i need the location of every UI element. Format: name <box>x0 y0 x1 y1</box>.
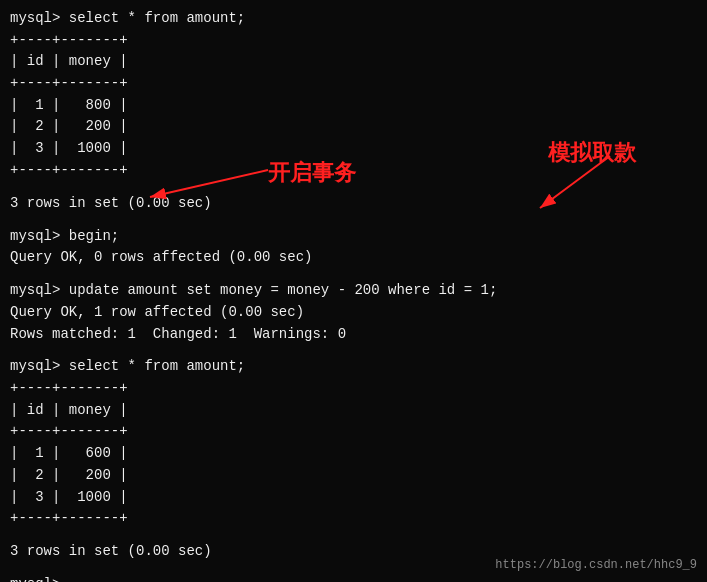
terminal-line: mysql> update amount set money = money -… <box>10 280 697 302</box>
begin-annotation: 开启事务 <box>268 158 356 188</box>
terminal-line: | 3 | 1000 | <box>10 487 697 509</box>
terminal-line: mysql> select * from amount; <box>10 356 697 378</box>
csdn-link: https://blog.csdn.net/hhc9_9 <box>495 558 697 572</box>
terminal-line: +----+-------+ <box>10 73 697 95</box>
terminal-line: +----+-------+ <box>10 30 697 52</box>
terminal-line: +----+-------+ <box>10 378 697 400</box>
terminal-line: +----+-------+ <box>10 508 697 530</box>
terminal-line: Query OK, 1 row affected (0.00 sec) <box>10 302 697 324</box>
terminal-line: | 1 | 600 | <box>10 443 697 465</box>
terminal-line: | 2 | 200 | <box>10 465 697 487</box>
withdraw-annotation: 模拟取款 <box>548 138 636 168</box>
terminal-line: +----+-------+ <box>10 421 697 443</box>
terminal-line <box>10 530 697 541</box>
terminal-line: mysql> begin; <box>10 226 697 248</box>
terminal-line: Query OK, 0 rows affected (0.00 sec) <box>10 247 697 269</box>
terminal-line: | 2 | 200 | <box>10 116 697 138</box>
terminal-line: mysql> select * from amount; <box>10 8 697 30</box>
terminal-window: mysql> select * from amount;+----+------… <box>0 0 707 582</box>
terminal-line: | id | money | <box>10 51 697 73</box>
terminal-line: 3 rows in set (0.00 sec) <box>10 193 697 215</box>
terminal-line <box>10 345 697 356</box>
terminal-line: mysql> <box>10 574 697 582</box>
terminal-line: | 1 | 800 | <box>10 95 697 117</box>
terminal-line <box>10 214 697 225</box>
terminal-line: | id | money | <box>10 400 697 422</box>
terminal-line <box>10 269 697 280</box>
terminal-line: Rows matched: 1 Changed: 1 Warnings: 0 <box>10 324 697 346</box>
